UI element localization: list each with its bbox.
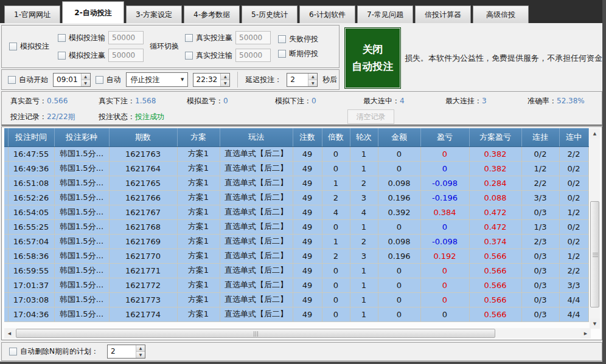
- spin-up-icon[interactable]: ▲: [136, 345, 145, 352]
- spin-down-icon[interactable]: ▼: [82, 80, 90, 86]
- cell-hit: 2/2: [559, 146, 588, 161]
- sim-bet-checkbox[interactable]: 模拟投注: [9, 41, 49, 52]
- table-row[interactable]: 17:04:36韩国1.5分...1621774方案1直选单式【后二】49010…: [4, 307, 588, 321]
- checkbox-icon[interactable]: [278, 50, 286, 58]
- tab-2-自动投注[interactable]: 2-自动投注: [62, 1, 124, 23]
- tab-6-计划软件[interactable]: 6-计划软件: [299, 5, 355, 23]
- auto-delete-spinner[interactable]: 2 ▲▼: [107, 345, 145, 359]
- tab-5-历史统计[interactable]: 5-历史统计: [242, 5, 298, 23]
- column-header-投注时间[interactable]: 投注时间: [8, 128, 54, 146]
- column-header-注数[interactable]: 注数: [293, 128, 322, 146]
- spin-down-icon[interactable]: ▼: [221, 80, 229, 86]
- checkbox-icon[interactable]: [9, 348, 17, 355]
- sim-win-checkbox[interactable]: 模拟投注赢: [58, 49, 144, 62]
- checkbox-icon[interactable]: [185, 52, 193, 60]
- real-lose-checkbox[interactable]: 真实投注输: [185, 49, 271, 62]
- checkbox-icon[interactable]: [185, 34, 193, 42]
- table-row[interactable]: 17:01:37韩国1.5分...1621772方案1直选单式【后二】49010…: [4, 278, 588, 292]
- sim-win-input[interactable]: [108, 49, 144, 62]
- table-row[interactable]: 16:58:36韩国1.5分...1621770方案1直选单式【后二】49230…: [4, 249, 588, 263]
- spin-down-icon[interactable]: ▼: [136, 352, 145, 358]
- close-auto-bet-button[interactable]: 关闭 自动投注: [344, 27, 401, 89]
- start-time-spinner[interactable]: 09:01 ▲▼: [53, 73, 91, 87]
- spin-up-icon[interactable]: ▲: [82, 74, 90, 80]
- scroll-down-icon[interactable]: ▼: [590, 318, 600, 329]
- vertical-scrollbar[interactable]: ▲ ▼: [590, 128, 600, 329]
- checkbox-icon[interactable]: [278, 35, 286, 43]
- tab-7-常见问题[interactable]: 7-常见问题: [357, 5, 413, 23]
- scroll-up-icon[interactable]: ▲: [590, 128, 600, 139]
- cell-bets: 49: [293, 307, 322, 321]
- checkbox-icon[interactable]: [58, 34, 66, 42]
- vertical-scroll-thumb[interactable]: [590, 201, 599, 307]
- table-row[interactable]: 16:47:55韩国1.5分...1621763方案1直选单式【后二】49010…: [4, 146, 588, 161]
- cell-profit: 0: [420, 307, 469, 321]
- cell-period: 1621767: [109, 205, 177, 219]
- tab-4-参考数据[interactable]: 4-参考数据: [184, 5, 240, 23]
- tab-高级倍投[interactable]: 高级倍投: [473, 5, 529, 23]
- table-row[interactable]: 16:57:04韩国1.5分...1621769方案1直选单式【后二】49120…: [4, 234, 588, 249]
- checkbox-icon[interactable]: [58, 52, 66, 60]
- column-header-期数[interactable]: 期数: [109, 128, 177, 146]
- table-row[interactable]: 16:51:08韩国1.5分...1621765方案1直选单式【后二】49120…: [4, 176, 588, 190]
- spin-up-icon[interactable]: ▲: [308, 74, 317, 80]
- cell-time: 16:54:05: [8, 205, 54, 219]
- column-header-方案[interactable]: 方案: [177, 128, 220, 146]
- sim-lose-input[interactable]: [108, 31, 144, 44]
- chevron-down-icon[interactable]: ▼: [178, 77, 187, 82]
- scroll-left-icon[interactable]: ◀: [4, 328, 15, 338]
- stop-action-dropdown[interactable]: 停止投注 ▼: [126, 72, 188, 87]
- sim-lose-checkbox[interactable]: 模拟投注输: [58, 31, 144, 44]
- table-row[interactable]: 16:49:36韩国1.5分...1621764方案1直选单式【后二】49010…: [4, 161, 588, 176]
- tab-1-官网网址[interactable]: 1-官网网址: [4, 5, 60, 23]
- table-row[interactable]: 17:03:08韩国1.5分...1621773方案1直选单式【后二】49010…: [4, 292, 588, 307]
- column-header-投注彩种[interactable]: 投注彩种: [54, 128, 109, 146]
- column-header-轮次[interactable]: 轮次: [350, 128, 378, 146]
- auto-start-checkbox[interactable]: 自动开始: [8, 75, 48, 85]
- horizontal-scrollbar[interactable]: ◀ ▶: [4, 328, 591, 338]
- column-header-盈亏[interactable]: 盈亏: [420, 128, 469, 146]
- column-header-连挂[interactable]: 连挂: [521, 128, 559, 146]
- cell-round: 1: [350, 146, 378, 161]
- tab-倍投计算器[interactable]: 倍投计算器: [415, 5, 471, 23]
- spinner-buttons[interactable]: ▲▼: [308, 74, 317, 86]
- spinner-buttons[interactable]: ▲▼: [220, 74, 229, 86]
- stop-time-spinner[interactable]: 22:32 ▲▼: [193, 73, 231, 87]
- auto-checkbox[interactable]: 自动: [96, 75, 121, 85]
- table-row[interactable]: 16:59:55韩国1.5分...1621771方案1直选单式【后二】49010…: [4, 263, 588, 278]
- checkbox-icon[interactable]: [96, 76, 103, 84]
- real-lose-input[interactable]: [235, 49, 271, 62]
- table-row[interactable]: 16:55:25韩国1.5分...1621768方案1直选单式【后二】49010…: [4, 219, 588, 234]
- column-header-玩法[interactable]: 玩法: [220, 128, 293, 146]
- spin-down-icon[interactable]: ▼: [308, 80, 317, 86]
- column-header-连中[interactable]: 连中: [559, 128, 588, 146]
- cell-time: 16:52:26: [8, 190, 54, 205]
- table-row[interactable]: 16:54:05韩国1.5分...1621767方案1直选单式【后二】49440…: [4, 205, 588, 219]
- clear-records-button[interactable]: 清空记录: [347, 109, 394, 124]
- column-header-金额[interactable]: 金额: [378, 128, 420, 146]
- thumb-grip: [254, 331, 259, 337]
- checkbox-icon[interactable]: [8, 76, 16, 84]
- auto-delete-label: 自动删除N期前的计划：: [20, 346, 99, 357]
- column-header-倍数[interactable]: 倍数: [322, 128, 350, 146]
- real-win-checkbox[interactable]: 真实投注赢: [185, 31, 271, 44]
- spin-up-icon[interactable]: ▲: [221, 74, 229, 80]
- scroll-right-icon[interactable]: ▶: [580, 328, 591, 338]
- table-header: 投注时间投注彩种期数方案玩法注数倍数轮次金额盈亏方案盈亏连挂连中: [4, 128, 588, 146]
- table-row[interactable]: 16:52:26韩国1.5分...1621766方案1直选单式【后二】49230…: [4, 190, 588, 205]
- spinner-buttons[interactable]: ▲▼: [81, 74, 90, 86]
- tab-3-方案设定[interactable]: 3-方案设定: [126, 5, 182, 23]
- cell-lottery: 韩国1.5分...: [54, 205, 109, 219]
- break-stop-checkbox[interactable]: 断期停投: [278, 49, 318, 59]
- real-bet-stat: 真实下注：1.568: [99, 96, 187, 106]
- spinner-buttons[interactable]: ▲▼: [136, 345, 145, 358]
- auto-delete-checkbox[interactable]: 自动删除N期前的计划：: [9, 346, 99, 357]
- real-win-input[interactable]: [235, 31, 271, 44]
- horizontal-scroll-thumb[interactable]: [16, 329, 495, 338]
- column-header-方案盈亏[interactable]: 方案盈亏: [469, 128, 521, 146]
- fail-stop-checkbox[interactable]: 失败停投: [278, 34, 318, 44]
- checkbox-icon[interactable]: [9, 43, 17, 50]
- cell-period: 1621769: [109, 234, 177, 249]
- delay-spinner[interactable]: 2 ▲▼: [287, 73, 318, 87]
- cell-time: 16:49:36: [8, 161, 54, 176]
